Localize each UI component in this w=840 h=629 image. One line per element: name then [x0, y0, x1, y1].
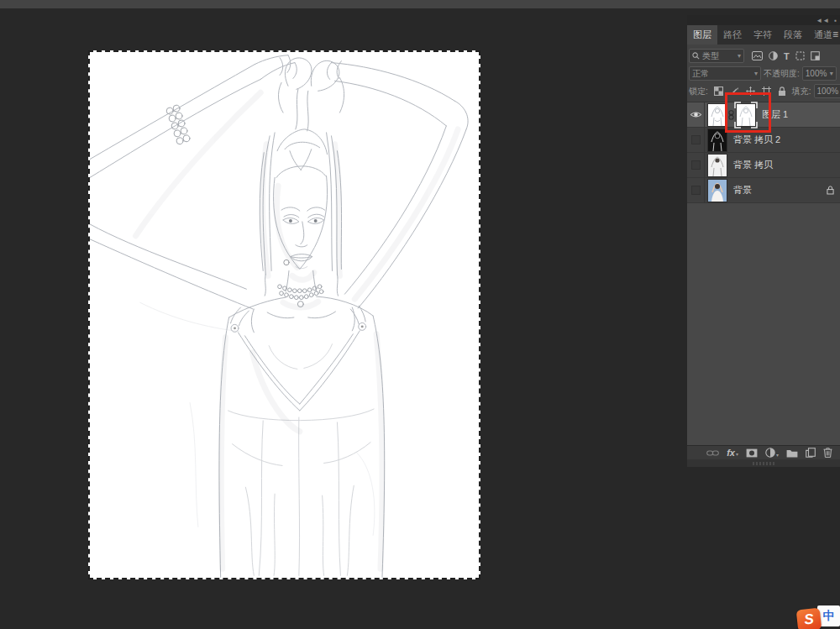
background-lock-icon [827, 186, 834, 195]
panel-resize-grip[interactable] [687, 459, 840, 467]
opacity-value-dropdown[interactable]: 100% ▾ [802, 66, 837, 81]
ime-indicator[interactable]: S 中 [794, 605, 840, 627]
filter-icons: T [752, 51, 820, 61]
layer-row-bg-copy2[interactable]: 背景 拷贝 2 [687, 128, 840, 153]
lock-transparency-icon[interactable] [714, 86, 723, 96]
sketch-artwork [90, 52, 479, 578]
visibility-cell[interactable] [687, 178, 705, 202]
chevron-down-icon: ▾ [830, 70, 833, 77]
opacity-label: 不透明度: [764, 68, 800, 80]
tab-layers[interactable]: 图层 [687, 25, 717, 45]
layer-thumbnail[interactable] [708, 155, 727, 176]
link-layers-icon[interactable] [706, 449, 719, 457]
layer-style-button[interactable]: fx ▾ [727, 448, 738, 457]
lock-row: 锁定: [689, 82, 838, 100]
tab-paragraph[interactable]: 段落 [778, 25, 808, 45]
mask-link-icon[interactable] [728, 110, 734, 120]
layer-name[interactable]: 背景 拷贝 2 [733, 134, 780, 146]
new-adjustment-layer-button[interactable]: ▾ [765, 448, 779, 458]
layer-list: 图层 1 背景 拷贝 2 [687, 102, 840, 203]
menubar-edge [0, 0, 840, 8]
pixel-layer-filter-icon[interactable] [752, 51, 763, 60]
type-layer-filter-icon[interactable]: T [784, 51, 790, 61]
layer-thumbnail[interactable] [708, 180, 727, 202]
layer-name[interactable]: 背景 拷贝 [733, 159, 773, 171]
layers-panel-controls: 类型 ▾ T [687, 45, 840, 102]
layers-panel-toolbar: fx ▾ ▾ [687, 445, 840, 459]
adjustment-layer-filter-icon[interactable] [769, 51, 778, 60]
visibility-cell[interactable] [687, 102, 705, 127]
layer-row-layer1[interactable]: 图层 1 [687, 102, 840, 128]
new-layer-icon[interactable] [806, 448, 816, 458]
lock-pixels-icon[interactable] [730, 86, 739, 96]
chevron-down-icon: ▾ [738, 52, 741, 60]
lock-label: 锁定: [689, 86, 708, 97]
hidden-visibility-box [691, 135, 701, 144]
smart-object-filter-icon[interactable] [811, 51, 820, 60]
blend-row: 正常 ▾ 不透明度: 100% ▾ [689, 65, 838, 82]
dock-edge-icon: ▪ [834, 17, 837, 24]
fill-value-dropdown[interactable]: 100% ▾ [814, 84, 840, 98]
adjustment-icon [765, 448, 775, 458]
layer-list-empty-area[interactable] [687, 203, 840, 445]
hidden-visibility-box [691, 186, 701, 195]
visibility-cell[interactable] [687, 153, 705, 177]
photoshop-workspace: ◄◄ ▪ 图层 路径 字符 段落 通道 ≡ 类型 ▾ [0, 0, 840, 629]
layer-thumbnail[interactable] [708, 129, 727, 151]
chevron-down-icon: ▾ [754, 70, 758, 77]
lock-position-icon[interactable] [746, 86, 755, 96]
collapse-panels-icon[interactable]: ◄◄ [816, 17, 829, 24]
delete-layer-icon[interactable] [823, 448, 832, 458]
layer-row-bg-copy[interactable]: 背景 拷贝 [687, 153, 840, 178]
fx-icon: fx [727, 448, 735, 457]
blend-mode-dropdown[interactable]: 正常 ▾ [689, 66, 761, 81]
layer-name[interactable]: 图层 1 [762, 108, 788, 121]
layer-filter-type-dropdown[interactable]: 类型 ▾ [689, 49, 744, 63]
search-icon [692, 52, 700, 60]
sogou-logo-icon[interactable]: S [796, 608, 822, 629]
grip-dots-icon [753, 462, 774, 465]
lock-artboard-icon[interactable] [762, 86, 771, 96]
panel-tabbar: 图层 路径 字符 段落 通道 ≡ [687, 25, 840, 45]
layer-row-background[interactable]: 背景 [687, 178, 840, 203]
shape-layer-filter-icon[interactable] [795, 51, 805, 60]
layers-panel: ◄◄ ▪ 图层 路径 字符 段落 通道 ≡ 类型 ▾ [687, 15, 840, 467]
tab-paths[interactable]: 路径 [717, 25, 748, 45]
flyout-triangle-icon: ▾ [736, 452, 738, 457]
new-group-icon[interactable] [786, 448, 798, 458]
layer-thumbnail[interactable] [708, 104, 727, 126]
fill-label: 填充: [792, 86, 811, 97]
layer-name[interactable]: 背景 [733, 184, 752, 197]
lock-all-icon[interactable] [778, 86, 786, 97]
flyout-triangle-icon: ▾ [776, 453, 779, 458]
eye-icon [690, 110, 702, 119]
add-layer-mask-icon[interactable] [746, 448, 758, 458]
layer-mask-thumbnail[interactable] [737, 104, 755, 126]
hidden-visibility-box [691, 160, 701, 170]
tab-character[interactable]: 字符 [748, 25, 778, 45]
lock-icons [714, 86, 786, 97]
visibility-cell[interactable] [687, 128, 705, 152]
document-canvas[interactable] [88, 50, 480, 579]
panel-menu-icon[interactable]: ≡ [832, 29, 838, 40]
layer-filter-row: 类型 ▾ T [689, 47, 838, 65]
panel-dock-header: ◄◄ ▪ [687, 15, 840, 25]
